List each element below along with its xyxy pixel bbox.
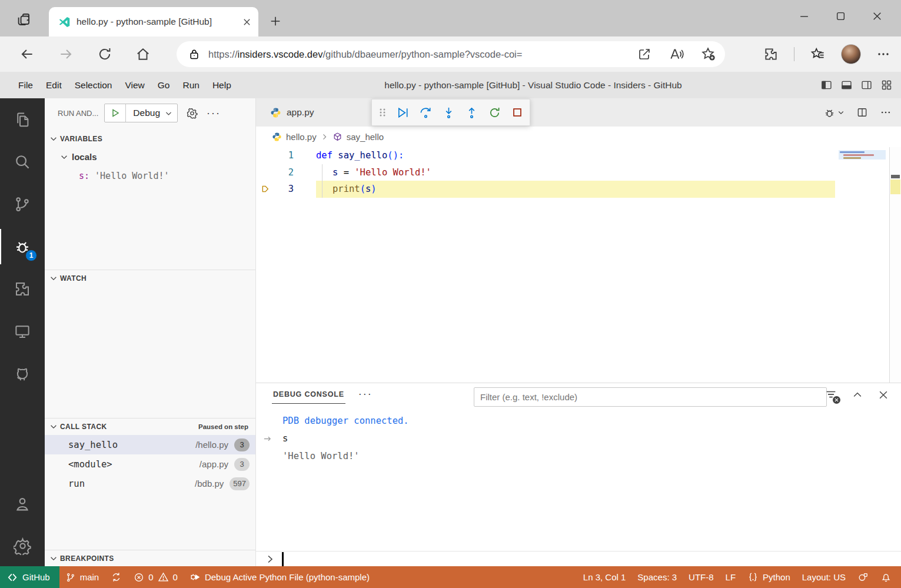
reload-icon[interactable] bbox=[97, 46, 113, 62]
minimap[interactable] bbox=[839, 149, 886, 172]
tab-debug-console[interactable]: DEBUG CONSOLE bbox=[272, 385, 345, 404]
step-into-icon[interactable] bbox=[442, 106, 456, 119]
toggle-secondary-sidebar-icon[interactable] bbox=[860, 79, 873, 91]
keyboard-layout[interactable]: Layout: US bbox=[796, 566, 852, 588]
editor-more-actions-icon[interactable] bbox=[880, 107, 892, 118]
customize-layout-icon[interactable] bbox=[880, 79, 893, 91]
encoding-setting[interactable]: UTF-8 bbox=[683, 566, 720, 588]
browser-tab[interactable]: hello.py - python-sample [GitHub] bbox=[49, 7, 258, 36]
back-icon[interactable] bbox=[19, 46, 35, 62]
stop-icon[interactable] bbox=[511, 106, 524, 119]
scrollbar-thumb[interactable] bbox=[891, 175, 900, 178]
restart-icon[interactable] bbox=[488, 106, 501, 119]
watch-header[interactable]: WATCH bbox=[45, 270, 255, 287]
feedback-indicator[interactable] bbox=[852, 566, 875, 588]
locals-scope-row[interactable]: locals bbox=[45, 147, 255, 167]
maximize-panel-icon[interactable] bbox=[852, 389, 863, 401]
breadcrumb-file[interactable]: hello.py bbox=[286, 132, 317, 142]
stack-frame-row[interactable]: say_hello /hello.py 3 bbox=[45, 435, 255, 454]
editor-tab-app-py[interactable]: app.py bbox=[256, 98, 327, 127]
debug-settings-gear-icon[interactable] bbox=[186, 107, 198, 119]
menu-help[interactable]: Help bbox=[206, 72, 238, 98]
lock-icon[interactable] bbox=[188, 48, 200, 60]
console-filter-input[interactable] bbox=[474, 387, 827, 407]
search-icon[interactable] bbox=[0, 141, 45, 183]
profile-avatar[interactable] bbox=[841, 44, 861, 64]
cursor-position[interactable]: Ln 3, Col 1 bbox=[577, 566, 632, 588]
url-text[interactable]: https://insiders.vscode.dev/github/dbaeu… bbox=[208, 49, 620, 60]
gutter-line-2[interactable]: 2 bbox=[256, 164, 316, 181]
github-icon[interactable] bbox=[0, 353, 45, 395]
chevron-down-icon[interactable] bbox=[165, 109, 177, 117]
forward-icon[interactable] bbox=[58, 46, 74, 62]
toolbar-drag-grip[interactable] bbox=[378, 108, 387, 117]
step-over-icon[interactable] bbox=[419, 106, 433, 119]
account-icon[interactable] bbox=[0, 484, 45, 525]
code-line-2[interactable]: 2 s='Hello World!' bbox=[256, 164, 901, 181]
remote-indicator[interactable]: GitHub bbox=[0, 566, 59, 588]
split-editor-icon[interactable] bbox=[856, 107, 868, 118]
step-out-icon[interactable] bbox=[465, 106, 478, 119]
stack-frame-row[interactable]: <module> /app.py 3 bbox=[45, 454, 255, 474]
menu-selection[interactable]: Selection bbox=[68, 72, 119, 98]
favorite-add-icon[interactable] bbox=[700, 46, 716, 62]
stack-frame-row[interactable]: run /bdb.py 597 bbox=[45, 474, 255, 493]
new-tab-button[interactable] bbox=[265, 11, 286, 32]
debug-config-select[interactable]: Debug bbox=[126, 108, 165, 118]
toggle-panel-icon[interactable] bbox=[840, 79, 853, 91]
minimize-button[interactable] bbox=[786, 0, 822, 32]
menu-run[interactable]: Run bbox=[176, 72, 205, 98]
menu-file[interactable]: File bbox=[12, 72, 39, 98]
open-external-icon[interactable] bbox=[637, 46, 652, 62]
tab-close-icon[interactable] bbox=[242, 18, 251, 26]
source-control-icon[interactable] bbox=[0, 183, 45, 225]
continue-icon[interactable] bbox=[396, 106, 410, 119]
settings-gear-icon[interactable] bbox=[0, 525, 45, 566]
start-debug-button[interactable] bbox=[105, 104, 126, 122]
explorer-icon[interactable] bbox=[0, 98, 45, 141]
variables-header[interactable]: VARIABLES bbox=[45, 131, 255, 147]
branch-indicator[interactable]: main bbox=[59, 566, 105, 588]
remote-explorer-icon[interactable] bbox=[0, 310, 45, 353]
debug-status[interactable]: Debug Active Python File (python-sample) bbox=[184, 566, 375, 588]
maximize-button[interactable] bbox=[822, 0, 859, 32]
breadcrumb-symbol[interactable]: say_hello bbox=[347, 132, 384, 142]
close-panel-icon[interactable] bbox=[877, 389, 889, 401]
console-repl-input[interactable] bbox=[256, 551, 901, 566]
indentation-setting[interactable]: Spaces: 3 bbox=[631, 566, 683, 588]
view-more-actions-icon[interactable]: ··· bbox=[207, 107, 221, 119]
sync-changes[interactable] bbox=[105, 566, 128, 588]
notifications[interactable] bbox=[875, 566, 897, 588]
input-echo-arrow-icon bbox=[263, 434, 272, 443]
breakpoints-header[interactable]: BREAKPOINTS bbox=[45, 550, 255, 566]
menu-edit[interactable]: Edit bbox=[39, 72, 68, 98]
code-line-1[interactable]: 1 defsay_hello(): bbox=[256, 147, 901, 164]
call-stack-header[interactable]: CALL STACK Paused on step bbox=[45, 418, 255, 435]
panel-more-actions-icon[interactable]: ··· bbox=[358, 388, 373, 400]
extensions-puzzle-icon[interactable] bbox=[763, 46, 779, 62]
language-mode[interactable]: Python bbox=[742, 566, 796, 588]
filter-icon[interactable] bbox=[824, 388, 837, 401]
eol-setting[interactable]: LF bbox=[720, 566, 742, 588]
code-editor[interactable]: 1 defsay_hello(): 2 s='Hello World!' 3 p… bbox=[256, 147, 901, 383]
close-window-button[interactable] bbox=[859, 0, 895, 32]
browser-settings-dots-icon[interactable] bbox=[876, 47, 890, 61]
menu-view[interactable]: View bbox=[118, 72, 151, 98]
read-aloud-icon[interactable] bbox=[669, 46, 684, 62]
run-or-debug-icon[interactable] bbox=[823, 107, 845, 119]
code-line-3[interactable]: 3 print(s) bbox=[256, 181, 901, 198]
home-icon[interactable] bbox=[135, 46, 151, 62]
toggle-sidebar-icon[interactable] bbox=[820, 79, 833, 91]
run-debug-icon[interactable]: 1 bbox=[0, 225, 45, 268]
address-bar[interactable]: https://insiders.vscode.dev/github/dbaeu… bbox=[177, 41, 725, 67]
frame-name: run bbox=[68, 479, 85, 489]
gutter-line-3[interactable]: 3 bbox=[256, 181, 316, 198]
favorites-menu-icon[interactable] bbox=[810, 46, 826, 62]
extensions-icon[interactable] bbox=[0, 268, 45, 310]
console-output[interactable]: PDB debugger connected. s 'Hello World!' bbox=[256, 405, 901, 465]
problems-indicator[interactable]: 0 0 bbox=[128, 566, 184, 588]
workspaces-icon[interactable] bbox=[9, 6, 36, 32]
variable-row[interactable]: s: 'Hello World!' bbox=[45, 167, 255, 185]
menu-go[interactable]: Go bbox=[151, 72, 177, 98]
gutter-line-1[interactable]: 1 bbox=[256, 147, 316, 164]
